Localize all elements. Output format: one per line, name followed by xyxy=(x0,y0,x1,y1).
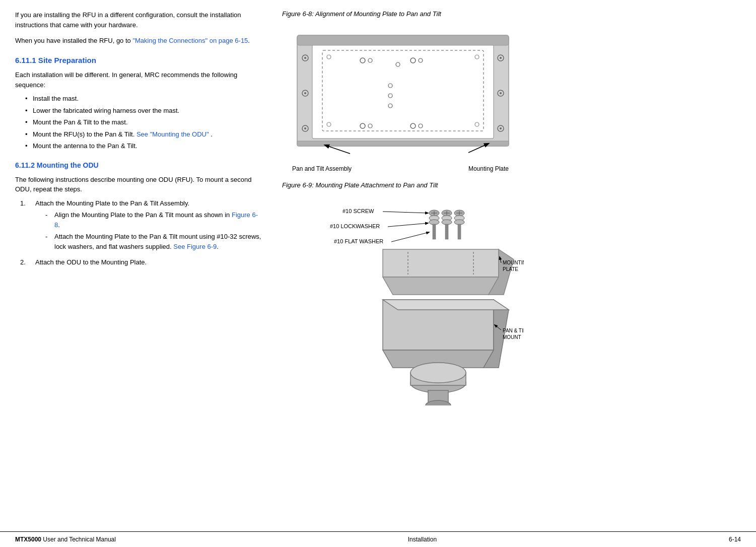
list-item: Mount the Pan & Tilt to the mast. xyxy=(25,117,262,127)
intro2-suffix: . xyxy=(248,37,250,44)
intro2-prefix: When you have installed the RFU, go to xyxy=(15,37,132,44)
fig8-diagram: Pan and Tilt Assembly Mounting Plate xyxy=(282,23,524,169)
sub1b-suffix: . xyxy=(217,243,219,250)
flatwasher-label: #10 FLAT WASHER xyxy=(334,238,383,244)
fig9-title-bold: Figure 6-9: xyxy=(282,181,314,189)
main-content: If you are installing the RFU in a diffe… xyxy=(0,0,756,531)
fig8-title-bold: Figure 6-8: xyxy=(282,10,314,18)
svg-marker-66 xyxy=(383,249,499,277)
intro2-link[interactable]: "Making the Connections" on page 6-15 xyxy=(132,37,248,44)
steps-list: 1. Attach the Mounting Plate to the Pan … xyxy=(20,198,262,267)
step-2: 2. Attach the ODU to the Mounting Plate. xyxy=(20,257,262,267)
fig8-label-left: Pan and Tilt Assembly xyxy=(292,165,352,172)
figure-6-9-block: Figure 6-9: Mounting Plate Attachment to… xyxy=(282,181,741,405)
intro-para-1: If you are installing the RFU in a diffe… xyxy=(15,10,262,30)
page-footer: MTX5000 User and Technical Manual Instal… xyxy=(0,531,756,547)
svg-point-14 xyxy=(500,127,502,129)
list-item: Mount the antenna to the Pan & Tilt. xyxy=(25,141,262,151)
svg-text:MOUNTING: MOUNTING xyxy=(503,260,524,265)
section2-body1: The following instructions describe moun… xyxy=(15,175,262,194)
step-1-substeps: Align the Mounting Plate to the Pan & Ti… xyxy=(45,210,262,251)
svg-point-39 xyxy=(429,220,439,225)
svg-rect-32 xyxy=(297,141,509,146)
intro-para-2: When you have installed the RFU, go to "… xyxy=(15,36,262,46)
bullet4-prefix: Mount the RFU(s) to the Pan & Tilt. xyxy=(33,130,134,138)
list-item: Mount the RFU(s) to the Pan & Tilt. See … xyxy=(25,129,262,140)
sub-step-1a: Align the Mounting Plate to the Pan & Ti… xyxy=(45,210,262,230)
step-1: 1. Attach the Mounting Plate to the Pan … xyxy=(20,198,262,254)
svg-line-65 xyxy=(391,232,429,242)
svg-point-61 xyxy=(454,220,464,225)
svg-line-64 xyxy=(388,223,428,227)
figure-6-8-block: Figure 6-8: Alignment of Mounting Plate … xyxy=(282,10,741,169)
bullet4-link[interactable]: See "Mounting the ODU" xyxy=(136,130,209,138)
section-2-heading: 6.11.2 Mounting the ODU xyxy=(15,160,262,171)
svg-point-4 xyxy=(304,57,306,59)
screw-label: #10 SCREW xyxy=(342,208,374,214)
footer-page: 6-14 xyxy=(729,536,741,543)
fig8-svg xyxy=(282,23,524,169)
step-2-text: Attach the ODU to the Mounting Plate. xyxy=(35,258,147,266)
svg-point-8 xyxy=(304,127,306,129)
svg-point-10 xyxy=(500,57,502,59)
svg-marker-74 xyxy=(383,300,509,310)
fig9-title-rest: Mounting Plate Attachment to Pan and Til… xyxy=(314,181,438,189)
footer-section: Installation xyxy=(408,536,437,543)
step-1-text: Attach the Mounting Plate to the Pan & T… xyxy=(35,199,189,207)
sub1b-prefix: Attach the Mounting Plate to the Pan & T… xyxy=(54,233,261,250)
sub1a-prefix: Align the Mounting Plate to the Pan & Ti… xyxy=(54,211,232,219)
sub-step-1b: Attach the Mounting Plate to the Pan & T… xyxy=(45,232,262,251)
list-item: Install the mast. xyxy=(25,94,262,104)
footer-product-rest: User and Technical Manual xyxy=(41,536,116,543)
svg-point-12 xyxy=(500,92,502,94)
svg-line-63 xyxy=(383,212,428,213)
svg-point-6 xyxy=(304,92,306,94)
step-2-num: 2. xyxy=(20,257,35,267)
svg-text:PLATE: PLATE xyxy=(503,266,518,272)
svg-rect-62 xyxy=(458,224,461,239)
svg-marker-67 xyxy=(383,277,499,295)
svg-rect-31 xyxy=(297,35,509,45)
fig8-title-rest: Alignment of Mounting Plate to Pan and T… xyxy=(314,10,441,18)
footer-product-bold: MTX5000 xyxy=(15,536,41,543)
site-prep-list: Install the mast. Lower the fabricated w… xyxy=(25,94,262,151)
footer-product: MTX5000 User and Technical Manual xyxy=(15,536,116,543)
lockwasher-label: #10 LOCKWASHER xyxy=(330,223,380,229)
fig9-title: Figure 6-9: Mounting Plate Attachment to… xyxy=(282,181,741,189)
fig8-title: Figure 6-8: Alignment of Mounting Plate … xyxy=(282,10,741,18)
section1-body1: Each installation will be different. In … xyxy=(15,70,262,90)
sub1a-suffix: . xyxy=(58,221,60,229)
step-2-content: Attach the ODU to the Mounting Plate. xyxy=(35,257,262,267)
svg-rect-1 xyxy=(312,43,494,139)
page-container: If you are installing the RFU in a diffe… xyxy=(0,0,756,547)
step-1-num: 1. xyxy=(20,198,35,209)
right-column: Figure 6-8: Alignment of Mounting Plate … xyxy=(277,10,741,521)
svg-point-77 xyxy=(410,363,466,383)
list-item: Lower the fabricated wiring harness over… xyxy=(25,106,262,116)
svg-point-51 xyxy=(442,220,452,225)
svg-text:MOUNT: MOUNT xyxy=(503,334,521,340)
fig9-svg: #10 SCREW #10 LOCKWASHER #10 FLAT WASHER xyxy=(282,194,524,405)
svg-text:PAN & TILT: PAN & TILT xyxy=(503,328,524,333)
fig9-diagram: #10 SCREW #10 LOCKWASHER #10 FLAT WASHER xyxy=(282,194,524,405)
sub1b-link[interactable]: See Figure 6-9 xyxy=(173,243,217,250)
left-column: If you are installing the RFU in a diffe… xyxy=(15,10,277,521)
fig8-label-right: Mounting Plate xyxy=(468,165,509,172)
section-1-heading: 6.11.1 Site Preparation xyxy=(15,55,262,66)
step-1-content: Attach the Mounting Plate to the Pan & T… xyxy=(35,198,262,254)
bullet4-suffix: . xyxy=(209,130,213,138)
